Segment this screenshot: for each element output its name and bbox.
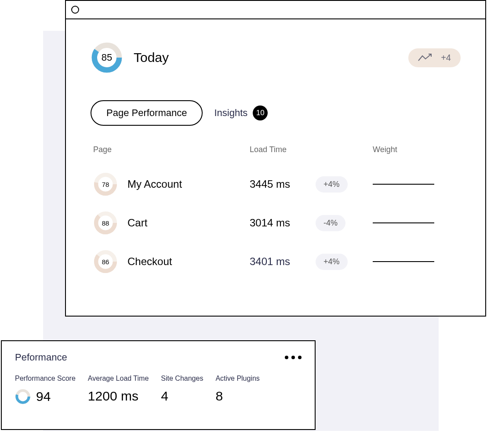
summary-header: Peformance: [15, 352, 302, 363]
row-score-value: 86: [102, 258, 109, 266]
page-cell: 88Cart: [93, 211, 250, 235]
summary-col: Average Load Time1200 ms: [88, 375, 149, 404]
summary-value-row: 4: [161, 389, 203, 404]
performance-summary-card: Peformance Performance Score94Average Lo…: [1, 340, 316, 430]
summary-label: Site Changes: [161, 375, 203, 382]
weight-sparkline: [373, 218, 434, 228]
summary-label: Active Plugins: [215, 375, 260, 382]
tabs-row: Page Performance Insights 10: [91, 100, 461, 126]
summary-col: Active Plugins8: [215, 375, 260, 404]
trend-up-icon: [418, 53, 435, 62]
summary-value: 8: [215, 389, 223, 404]
overall-score-value: 85: [102, 52, 112, 63]
header-title: Today: [134, 50, 169, 65]
row-score-gauge: 78: [93, 172, 118, 197]
summary-value-row: 94: [15, 389, 76, 404]
summary-value: 1200 ms: [88, 389, 138, 404]
overall-score-gauge: 85: [91, 41, 123, 74]
main-window: 85 Today +4 Page Performance Insights 10: [65, 0, 486, 317]
page-cell: 86Checkout: [93, 249, 250, 274]
delta-pill: +4%: [316, 176, 348, 193]
main-content: 85 Today +4 Page Performance Insights 10: [66, 19, 485, 294]
table-row[interactable]: 78My Account3445 ms+4%: [93, 165, 461, 204]
table-row[interactable]: 86Checkout3401 ms+4%: [93, 242, 461, 281]
load-time-value: 3445 ms: [250, 178, 316, 190]
summary-col: Performance Score94: [15, 375, 76, 404]
summary-label: Average Load Time: [88, 375, 149, 382]
col-load-time: Load Time: [250, 145, 373, 154]
page-performance-table: Page Load Time Weight 78My Account3445 m…: [91, 145, 461, 281]
summary-col: Site Changes4: [161, 375, 203, 404]
trend-delta: +4: [441, 53, 451, 63]
tab-label: Page Performance: [106, 107, 187, 118]
insights-count-badge: 10: [253, 106, 268, 120]
delta-pill: +4%: [316, 254, 348, 270]
row-score-value: 78: [102, 181, 109, 188]
row-score-gauge: 86: [93, 249, 118, 274]
summary-value-row: 8: [215, 389, 260, 404]
tab-insights[interactable]: Insights 10: [214, 106, 268, 120]
summary-columns: Performance Score94Average Load Time1200…: [15, 375, 302, 404]
row-score-value: 88: [102, 219, 109, 227]
weight-sparkline: [373, 256, 434, 267]
header-row: 85 Today +4: [91, 41, 461, 74]
page-name: Cart: [127, 217, 147, 229]
summary-title: Peformance: [15, 352, 67, 363]
tab-label: Insights: [214, 107, 247, 119]
summary-value: 4: [161, 389, 168, 404]
delta-pill: -4%: [316, 215, 345, 231]
load-time-value: 3401 ms: [250, 255, 316, 268]
summary-label: Performance Score: [15, 375, 76, 382]
more-icon[interactable]: [285, 356, 302, 359]
summary-value-row: 1200 ms: [88, 389, 149, 404]
trend-pill[interactable]: +4: [408, 48, 461, 67]
page-cell: 78My Account: [93, 172, 250, 197]
load-time-value: 3014 ms: [250, 217, 316, 229]
page-name: Checkout: [127, 255, 172, 268]
table-row[interactable]: 88Cart3014 ms-4%: [93, 204, 461, 242]
table-header: Page Load Time Weight: [93, 145, 461, 154]
weight-sparkline: [373, 179, 434, 189]
tab-page-performance[interactable]: Page Performance: [91, 100, 203, 126]
page-name: My Account: [127, 178, 182, 190]
window-control-icon[interactable]: [71, 6, 79, 14]
col-weight: Weight: [373, 145, 461, 154]
summary-value: 94: [36, 389, 51, 404]
col-page: Page: [93, 145, 250, 154]
row-score-gauge: 88: [93, 211, 118, 235]
header-left: 85 Today: [91, 41, 169, 74]
summary-score-gauge: [15, 389, 31, 404]
window-titlebar: [66, 1, 485, 19]
